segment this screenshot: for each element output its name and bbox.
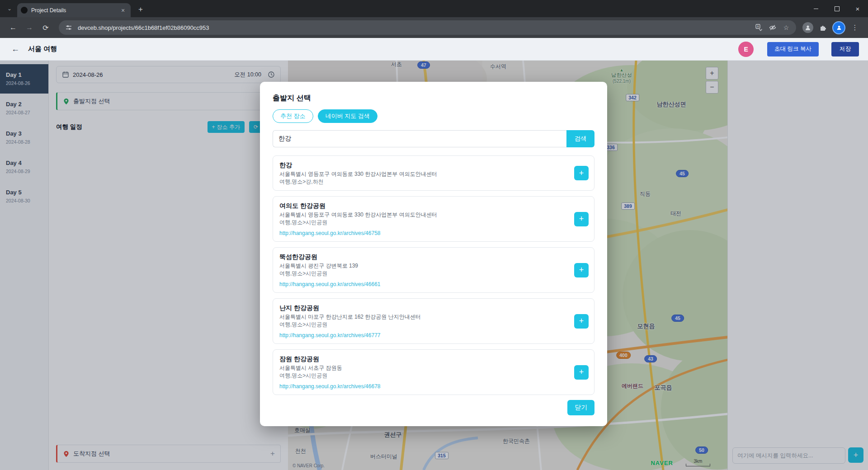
add-place-plus-button[interactable]: + [574,263,589,277]
place-name: 난지 한강공원 [279,304,568,312]
save-button[interactable]: 저장 [831,42,859,56]
site-settings-icon[interactable] [64,23,73,32]
place-link[interactable]: http://hangang.seoul.go.kr/archives/4675… [279,230,568,236]
add-place-plus-button[interactable]: + [574,314,589,329]
place-address: 서울특별시 서초구 잠원동 [279,364,568,371]
eye-off-icon[interactable] [768,23,777,32]
place-result-card: 뚝섬한강공원서울특별시 광진구 강변북로 139여행,명소>시민공원http:/… [273,247,594,293]
place-name: 잠원 한강공원 [279,355,568,363]
search-row: 검색 [273,130,594,147]
add-place-plus-button[interactable]: + [574,365,589,380]
place-name: 뚝섬한강공원 [279,253,568,261]
modal-tabs: 추천 장소네이버 지도 검색 [273,109,594,123]
menu-dots-icon[interactable]: ⋮ [848,21,862,34]
place-search-input[interactable] [273,130,566,147]
user-avatar[interactable]: E [738,42,754,57]
place-result-card: 난지 한강공원서울특별시 마포구 한강난지로 162 한강공원 난지안내센터여행… [273,298,594,344]
place-category: 여행,명소>시민공원 [279,270,568,277]
new-tab-button[interactable]: + [134,3,147,16]
browser-tab[interactable]: Project Details × [17,3,131,17]
browser-titlebar: ⌄ Project Details × + × [0,0,868,17]
forward-icon[interactable]: → [23,21,36,34]
place-link[interactable]: http://hangang.seoul.go.kr/archives/4677… [279,332,568,338]
modal-close-button[interactable]: 닫기 [567,400,594,415]
add-place-plus-button[interactable]: + [574,166,589,180]
browser-toolbar: ← → ⟳ devceb.shop/projects/66c1b68f1ef02… [0,17,868,38]
place-address: 서울특별시 마포구 한강난지로 162 한강공원 난지안내센터 [279,313,568,320]
place-result-card: 한강서울특별시 영등포구 여의동로 330 한강사업본부 여의도안내센터여행,명… [273,155,594,191]
screen: ⌄ Project Details × + × ← → ⟳ devceb.sho… [0,0,868,470]
translate-icon[interactable]: A [755,23,764,32]
profile-avatar[interactable] [832,21,845,34]
place-address: 서울특별시 광진구 강변북로 139 [279,262,568,269]
place-category: 여행,명소>시민공원 [279,219,568,226]
svg-text:A: A [757,24,759,28]
search-button[interactable]: 검색 [566,130,594,147]
place-name: 한강 [279,161,568,169]
bookmark-star-icon[interactable]: ☆ [782,23,791,32]
tab-recommended-places[interactable]: 추천 장소 [273,109,313,123]
departure-select-modal: 출발지 선택 추천 장소네이버 지도 검색 검색 한강서울특별시 영등포구 여의… [260,82,607,426]
place-result-card: 잠원 한강공원서울특별시 서초구 잠원동여행,명소>시민공원http://han… [273,349,594,395]
place-result-card: 여의도 한강공원서울특별시 영등포구 여의동로 330 한강사업본부 여의도안내… [273,196,594,242]
search-result-list: 한강서울특별시 영등포구 여의동로 330 한강사업본부 여의도안내센터여행,명… [273,155,594,395]
tab-close-icon[interactable]: × [119,6,127,14]
extensions-puzzle-icon[interactable] [816,21,830,34]
place-address: 서울특별시 영등포구 여의동로 330 한강사업본부 여의도안내센터 [279,170,568,178]
page-title: 서울 여행 [28,45,57,53]
tab-search-icon[interactable]: ⌄ [3,2,16,15]
app-back-button[interactable]: ← [9,43,22,56]
copy-invite-link-button[interactable]: 초대 링크 복사 [767,42,819,56]
reload-icon[interactable]: ⟳ [39,21,52,34]
window-close-button[interactable]: × [847,0,868,17]
url-bar[interactable]: devceb.shop/projects/66c1b68f1ef02b86090… [59,20,796,35]
window-minimize-button[interactable] [806,0,826,17]
place-address: 서울특별시 영등포구 여의동로 330 한강사업본부 여의도안내센터 [279,211,568,218]
add-place-plus-button[interactable]: + [574,212,589,226]
place-name: 여의도 한강공원 [279,202,568,210]
place-category: 여행,명소>강,하천 [279,178,568,185]
url-text: devceb.shop/projects/66c1b68f1ef02b86090… [78,24,750,31]
place-link[interactable]: http://hangang.seoul.go.kr/archives/4666… [279,281,568,287]
tab-title: Project Details [31,7,115,14]
account-avatar-icon[interactable] [802,22,813,33]
place-category: 여행,명소>시민공원 [279,372,568,379]
place-link[interactable]: http://hangang.seoul.go.kr/archives/4667… [279,383,568,390]
modal-title: 출발지 선택 [273,94,594,103]
window-maximize-button[interactable] [826,0,847,17]
place-category: 여행,명소>시민공원 [279,321,568,328]
tab-favicon [21,7,28,14]
back-icon[interactable]: ← [6,21,20,34]
app-header: ← 서울 여행 E 초대 링크 복사 저장 [0,38,868,61]
tab-naver-map-search[interactable]: 네이버 지도 검색 [318,109,377,123]
window-controls: × [806,0,868,17]
